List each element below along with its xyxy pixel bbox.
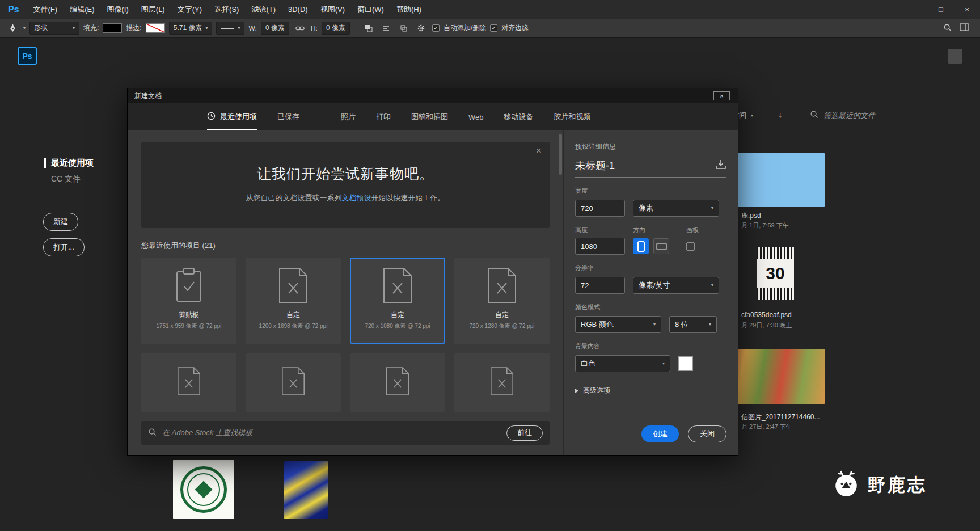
gear-icon[interactable] [415,22,428,35]
tab-print[interactable]: 打印 [376,103,391,130]
path-arrangement-icon[interactable] [397,22,411,35]
ps-home-logo: Ps [18,47,37,65]
pen-tool-icon[interactable] [6,22,19,35]
width-unit-select[interactable]: 像素 ▾ [633,200,719,217]
menu-filter[interactable]: 滤镜(T) [245,5,282,15]
hero-close-icon[interactable]: × [536,145,542,157]
tab-saved[interactable]: 已保存 [277,103,299,130]
link-dimensions-icon[interactable] [293,22,307,35]
stroke-type-select[interactable]: ▾ [216,22,244,35]
tab-film-video[interactable]: 胶片和视频 [554,103,591,130]
tab-web[interactable]: Web [468,103,484,130]
tab-photo[interactable]: 照片 [341,103,356,130]
new-document-dialog: 新建文档 × 最近使用项 已保存 照片 打印 图稿和插图 Web 移动设备 胶片… [127,88,738,456]
create-button[interactable]: 创建 [641,425,679,442]
go-button[interactable]: 前往 [506,425,543,441]
shape-height-input[interactable]: 0 像素 [322,22,350,35]
preset-card-clipboard[interactable]: 剪贴板 1751 x 959 像素 @ 72 ppi [141,258,236,344]
scrollbar-thumb[interactable] [559,134,562,175]
height-label: 高度 [575,226,588,234]
resolution-unit-select[interactable]: 像素/英寸 ▾ [633,277,719,294]
menu-select[interactable]: 选择(S) [208,5,245,15]
auto-add-delete-label: 自动添加/删除 [443,23,486,33]
file-name[interactable]: 信图片_2017112714460... [741,412,820,422]
preset-card[interactable] [141,353,236,412]
background-select[interactable]: 白色 ▾ [575,355,670,372]
fill-swatch[interactable] [103,23,122,33]
hero-subtitle-text: 从您自己的文档设置或一系列 [246,193,342,202]
bit-depth-select[interactable]: 8 位 ▾ [669,316,717,333]
file-name[interactable]: 鹿.psd [741,211,761,221]
width-input[interactable]: 720 [575,200,625,217]
path-alignment-icon[interactable] [379,22,393,35]
tool-mode-label: 形状 [34,23,48,33]
tab-art-illustration[interactable]: 图稿和插图 [411,103,448,130]
preset-card[interactable] [350,353,445,412]
artboard-checkbox[interactable] [686,242,695,251]
sort-direction-icon[interactable]: ↓ [778,109,783,119]
dialog-body: × 让我们开始尝试新事物吧。 从您自己的文档设置或一系列文档预设开始以快速开始工… [128,130,738,455]
menu-layer[interactable]: 图层(L) [135,5,171,15]
search-icon[interactable] [943,23,952,33]
doc-presets-link[interactable]: 文档预设 [342,193,371,202]
workspace-panel-icon[interactable] [960,23,969,33]
stroke-swatch[interactable] [146,23,165,33]
menu-type[interactable]: 文字(Y) [171,5,208,15]
color-mode-label: 颜色模式 [575,303,726,311]
dialog-titlebar[interactable]: 新建文档 × [128,88,738,103]
preset-card[interactable] [246,353,341,412]
adobe-stock-search[interactable]: 在 Adobe Stock 上查找模板 前往 [141,421,550,445]
close-window-icon[interactable]: × [954,0,980,19]
filter-recent-files[interactable]: 筛选最近的文件 [810,110,875,121]
avatar[interactable] [948,49,962,64]
open-button[interactable]: 打开... [43,238,85,256]
save-preset-icon[interactable] [715,159,726,172]
preset-card[interactable] [454,353,550,412]
tool-options-bar: ▾ 形状 ▾ 填充: 描边: 5.71 像素 ▾ ▾ W: 0 像素 H: 0 … [0,19,980,38]
preset-card-custom-720x1080-selected[interactable]: 自定 720 x 1080 像素 @ 72 ppi [350,258,445,344]
new-button[interactable]: 新建 [43,213,78,231]
background-label: 背景内容 [575,342,726,351]
menu-window[interactable]: 窗口(W) [351,5,390,15]
sidebar-item-cc-files[interactable]: CC 文件 [51,174,81,184]
tab-label: 已保存 [277,112,299,122]
tab-mobile[interactable]: 移动设备 [504,103,534,130]
file-thumbnail-marble-poster[interactable] [284,461,328,519]
dialog-close-icon[interactable]: × [713,91,730,100]
preset-card-custom-1200x1698[interactable]: 自定 1200 x 1698 像素 @ 72 ppi [246,258,341,344]
path-operations-icon[interactable] [362,22,375,35]
auto-add-delete-checkbox[interactable]: ✓ [432,24,440,32]
menu-image[interactable]: 图像(I) [101,5,135,15]
minimize-icon[interactable]: — [902,0,928,19]
menu-view[interactable]: 视图(V) [314,5,351,15]
menu-help[interactable]: 帮助(H) [390,5,428,15]
resolution-input[interactable]: 72 [575,277,625,294]
shape-width-input[interactable]: 0 像素 [261,22,289,35]
sidebar-item-recent[interactable]: 最近使用项 [44,158,94,168]
preset-card-custom-720x1280[interactable]: 自定 720 x 1280 像素 @ 72 ppi [454,258,550,344]
menu-file[interactable]: 文件(F) [27,5,64,15]
menu-edit[interactable]: 编辑(E) [64,5,100,15]
file-thumbnail-30-poster[interactable]: 30 [757,247,794,300]
height-label: H: [311,24,318,32]
height-input[interactable]: 1080 [575,238,625,255]
orientation-toggle [633,238,669,254]
orientation-portrait-icon[interactable] [633,238,649,254]
file-thumbnail-university-logo[interactable] [173,460,234,519]
file-name[interactable]: cfa0535deaf.psd [741,311,792,319]
advanced-options-toggle[interactable]: 高级选项 [575,386,726,395]
document-name-input[interactable]: 未标题-1 [575,159,715,172]
menu-3d[interactable]: 3D(D) [282,5,314,14]
orientation-landscape-icon[interactable] [653,238,669,254]
stroke-width-select[interactable]: 5.71 像素 ▾ [169,22,213,35]
tab-recent[interactable]: 最近使用项 [207,103,257,130]
align-edges-checkbox[interactable]: ✓ [490,24,497,32]
maximize-icon[interactable]: □ [928,0,954,19]
chevron-right-icon [575,389,578,393]
tool-mode-select[interactable]: 形状 ▾ [29,22,79,35]
poster-number: 30 [757,259,794,288]
color-mode-select[interactable]: RGB 颜色 ▾ [575,316,661,333]
preset-card-detail: 720 x 1080 像素 @ 72 ppi [365,322,430,330]
close-button[interactable]: 关闭 [688,425,726,442]
background-color-swatch[interactable] [678,356,693,371]
